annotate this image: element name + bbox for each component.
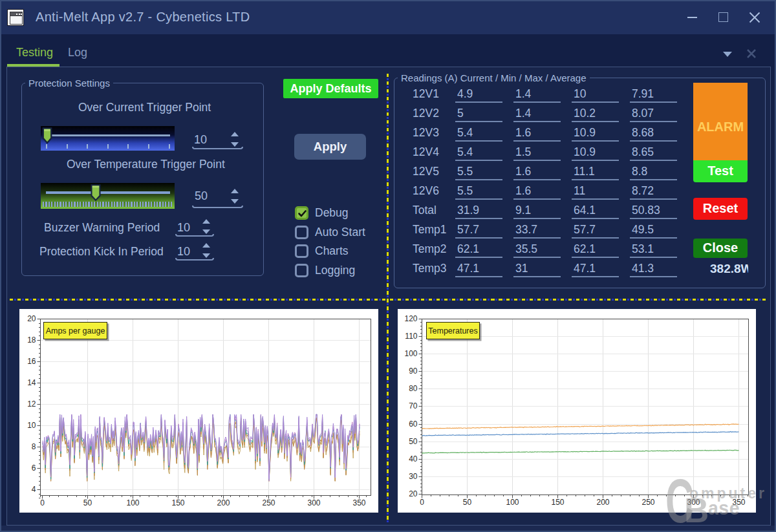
- svg-text:350: 350: [732, 498, 745, 507]
- svg-text:60: 60: [409, 420, 418, 429]
- svg-text:100: 100: [506, 498, 519, 507]
- svg-text:0: 0: [40, 498, 45, 507]
- svg-text:100: 100: [404, 349, 417, 358]
- svg-text:200: 200: [217, 498, 230, 507]
- svg-text:40: 40: [409, 454, 418, 463]
- svg-text:80: 80: [409, 384, 418, 393]
- svg-text:120: 120: [404, 314, 417, 323]
- svg-text:20: 20: [27, 314, 36, 323]
- svg-text:250: 250: [262, 498, 275, 507]
- svg-text:12: 12: [27, 399, 36, 409]
- svg-text:18: 18: [27, 335, 36, 345]
- svg-text:20: 20: [409, 489, 418, 498]
- svg-text:300: 300: [687, 498, 700, 507]
- svg-text:4: 4: [32, 485, 36, 494]
- svg-text:50: 50: [409, 437, 418, 446]
- svg-text:8: 8: [32, 442, 36, 451]
- svg-text:30: 30: [409, 472, 418, 481]
- svg-text:350: 350: [352, 498, 365, 507]
- svg-text:110: 110: [405, 332, 417, 341]
- svg-text:250: 250: [641, 498, 654, 507]
- svg-text:0: 0: [420, 498, 424, 507]
- svg-text:50: 50: [463, 498, 472, 507]
- svg-text:90: 90: [409, 367, 418, 376]
- svg-text:16: 16: [27, 357, 36, 366]
- svg-text:6: 6: [32, 463, 36, 473]
- svg-text:200: 200: [596, 498, 609, 507]
- svg-text:300: 300: [307, 498, 320, 507]
- svg-text:70: 70: [409, 401, 418, 410]
- svg-text:150: 150: [171, 498, 184, 507]
- svg-text:50: 50: [83, 498, 92, 507]
- svg-text:100: 100: [126, 498, 139, 507]
- svg-text:150: 150: [551, 498, 564, 507]
- svg-text:10: 10: [27, 421, 36, 430]
- svg-text:14: 14: [27, 378, 36, 387]
